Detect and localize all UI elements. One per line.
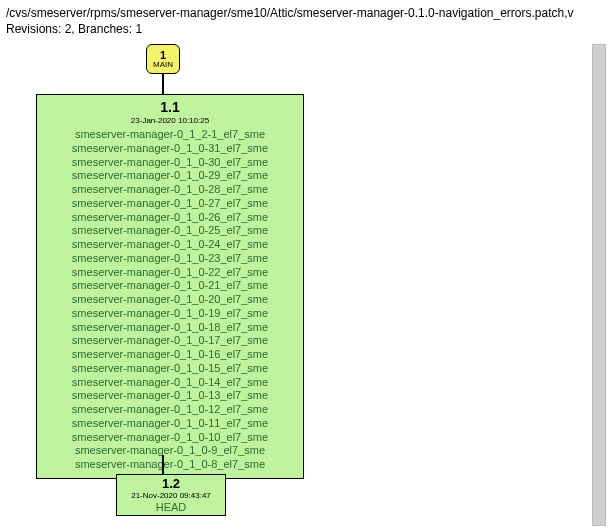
revision-tag: smeserver-manager-0_1_0-24_el7_sme xyxy=(43,238,297,252)
vertical-scrollbar[interactable] xyxy=(592,44,606,526)
revision-tag: smeserver-manager-0_1_0-15_el7_sme xyxy=(43,362,297,376)
revision-tag: smeserver-manager-0_1_0-14_el7_sme xyxy=(43,376,297,390)
graph-frame: 1 MAIN 1.1 23-Jan-2020 10:10:25 smeserve… xyxy=(6,44,606,526)
file-path: /cvs/smeserver/rpms/smeserver-manager/sm… xyxy=(6,6,608,20)
revision-tag: smeserver-manager-0_1_0-23_el7_sme xyxy=(43,252,297,266)
revision-tag: smeserver-manager-0_1_0-8_el7_sme xyxy=(43,458,297,472)
revision-version: 1.2 xyxy=(117,476,225,492)
revision-tag: smeserver-manager-0_1_0-13_el7_sme xyxy=(43,389,297,403)
revision-tag: smeserver-manager-0_1_0-20_el7_sme xyxy=(43,293,297,307)
revision-tag: HEAD xyxy=(117,501,225,514)
revision-tag: smeserver-manager-0_1_0-30_el7_sme xyxy=(43,156,297,170)
graph-edge xyxy=(162,74,164,94)
revision-tag: smeserver-manager-0_1_0-10_el7_sme xyxy=(43,431,297,445)
revision-tag: smeserver-manager-0_1_0-18_el7_sme xyxy=(43,321,297,335)
revision-node-1-1[interactable]: 1.1 23-Jan-2020 10:10:25 smeserver-manag… xyxy=(36,94,304,479)
revision-graph: 1 MAIN 1.1 23-Jan-2020 10:10:25 smeserve… xyxy=(6,44,606,524)
revision-summary: Revisions: 2, Branches: 1 xyxy=(6,22,608,36)
revision-tag: smeserver-manager-0_1_0-31_el7_sme xyxy=(43,142,297,156)
revision-tag: smeserver-manager-0_1_0-17_el7_sme xyxy=(43,334,297,348)
revision-timestamp: 23-Jan-2020 10:10:25 xyxy=(43,116,297,125)
revision-tag: smeserver-manager-0_1_0-22_el7_sme xyxy=(43,266,297,280)
revision-version: 1.1 xyxy=(43,99,297,115)
graph-edge xyxy=(162,455,164,474)
revision-tag: smeserver-manager-0_1_0-25_el7_sme xyxy=(43,224,297,238)
revision-tag: smeserver-manager-0_1_0-27_el7_sme xyxy=(43,197,297,211)
revision-tag: smeserver-manager-0_1_0-9_el7_sme xyxy=(43,444,297,458)
revision-tag: smeserver-manager-0_1_0-28_el7_sme xyxy=(43,183,297,197)
revision-tag: smeserver-manager-0_1_0-19_el7_sme xyxy=(43,307,297,321)
revision-tag: smeserver-manager-0_1_0-21_el7_sme xyxy=(43,279,297,293)
branch-number: 1 xyxy=(147,49,179,61)
revision-node-1-2[interactable]: 1.2 21-Nov-2020 09:43:47 HEAD xyxy=(116,474,226,516)
revision-tag: smeserver-manager-0_1_0-16_el7_sme xyxy=(43,348,297,362)
scrollbar-thumb[interactable] xyxy=(593,45,605,525)
revision-tag: smeserver-manager-0_1_0-29_el7_sme xyxy=(43,169,297,183)
revision-tag: smeserver-manager-0_1_0-12_el7_sme xyxy=(43,403,297,417)
revision-tag: smeserver-manager-0_1_0-11_el7_sme xyxy=(43,417,297,431)
branch-label: MAIN xyxy=(147,61,179,70)
branch-node-main[interactable]: 1 MAIN xyxy=(146,44,180,74)
revision-timestamp: 21-Nov-2020 09:43:47 xyxy=(117,491,225,501)
revision-tags: smeserver-manager-0_1_2-1_el7_smesmeserv… xyxy=(43,128,297,472)
revision-tag: smeserver-manager-0_1_2-1_el7_sme xyxy=(43,128,297,142)
revision-tag: smeserver-manager-0_1_0-26_el7_sme xyxy=(43,211,297,225)
